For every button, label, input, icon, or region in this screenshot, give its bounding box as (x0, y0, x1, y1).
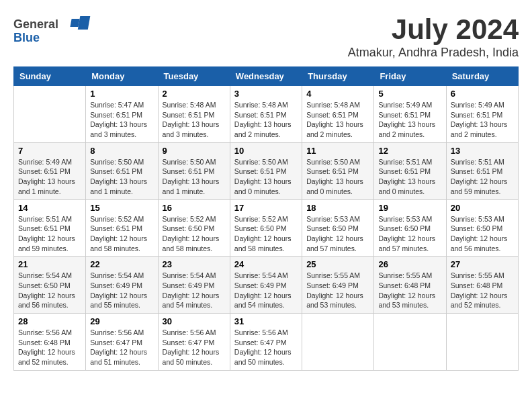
day-number: 9 (163, 146, 226, 156)
location-title: Atmakur, Andhra Pradesh, India (348, 46, 519, 60)
calendar-cell: 10Sunrise: 5:50 AMSunset: 6:51 PMDayligh… (230, 142, 302, 199)
weekday-header-row: SundayMondayTuesdayWednesdayThursdayFrid… (14, 67, 519, 86)
calendar-cell: 29Sunrise: 5:56 AMSunset: 6:47 PMDayligh… (86, 314, 158, 371)
day-number: 27 (451, 259, 514, 269)
day-number: 26 (378, 259, 441, 269)
day-info: Sunrise: 5:51 AMSunset: 6:51 PMDaylight:… (451, 157, 514, 197)
day-info: Sunrise: 5:54 AMSunset: 6:50 PMDaylight:… (18, 271, 81, 310)
calendar-week-row: 7Sunrise: 5:49 AMSunset: 6:51 PMDaylight… (14, 142, 519, 199)
day-number: 6 (451, 89, 514, 99)
calendar-week-row: 14Sunrise: 5:51 AMSunset: 6:51 PMDayligh… (14, 199, 519, 257)
day-number: 15 (90, 203, 153, 213)
calendar-cell: 22Sunrise: 5:54 AMSunset: 6:49 PMDayligh… (86, 257, 158, 314)
svg-text:Blue: Blue (13, 31, 40, 44)
calendar-cell: 12Sunrise: 5:51 AMSunset: 6:51 PMDayligh… (374, 142, 446, 199)
calendar-cell: 26Sunrise: 5:55 AMSunset: 6:48 PMDayligh… (374, 257, 446, 314)
calendar-cell: 1Sunrise: 5:47 AMSunset: 6:51 PMDaylight… (86, 86, 158, 143)
calendar-cell: 16Sunrise: 5:52 AMSunset: 6:50 PMDayligh… (158, 199, 230, 257)
month-title: July 2024 (348, 13, 519, 46)
day-number: 22 (90, 259, 153, 269)
day-number: 20 (451, 203, 514, 213)
day-number: 24 (234, 259, 298, 269)
calendar-cell: 17Sunrise: 5:52 AMSunset: 6:50 PMDayligh… (230, 199, 302, 257)
calendar-cell: 18Sunrise: 5:53 AMSunset: 6:50 PMDayligh… (302, 199, 374, 257)
calendar-cell (302, 314, 374, 371)
day-number: 16 (163, 203, 226, 213)
logo: General Blue (13, 13, 94, 50)
day-number: 12 (378, 146, 441, 156)
day-number: 28 (18, 316, 81, 326)
day-number: 8 (90, 146, 153, 156)
calendar-cell: 13Sunrise: 5:51 AMSunset: 6:51 PMDayligh… (446, 142, 518, 199)
calendar-cell: 2Sunrise: 5:48 AMSunset: 6:51 PMDaylight… (158, 86, 230, 143)
day-number: 25 (306, 259, 369, 269)
calendar-cell: 24Sunrise: 5:54 AMSunset: 6:49 PMDayligh… (230, 257, 302, 314)
day-info: Sunrise: 5:56 AMSunset: 6:47 PMDaylight:… (234, 328, 298, 367)
calendar-cell: 8Sunrise: 5:50 AMSunset: 6:51 PMDaylight… (86, 142, 158, 199)
day-info: Sunrise: 5:55 AMSunset: 6:49 PMDaylight:… (306, 271, 369, 310)
calendar-cell: 25Sunrise: 5:55 AMSunset: 6:49 PMDayligh… (302, 257, 374, 314)
calendar-week-row: 21Sunrise: 5:54 AMSunset: 6:50 PMDayligh… (14, 257, 519, 314)
day-info: Sunrise: 5:48 AMSunset: 6:51 PMDaylight:… (234, 100, 298, 140)
calendar-cell: 5Sunrise: 5:49 AMSunset: 6:51 PMDaylight… (374, 86, 446, 143)
day-info: Sunrise: 5:50 AMSunset: 6:51 PMDaylight:… (90, 157, 153, 197)
svg-marker-2 (70, 19, 79, 27)
day-info: Sunrise: 5:53 AMSunset: 6:50 PMDaylight:… (306, 214, 369, 254)
logo-text: General Blue (13, 13, 94, 50)
day-number: 29 (90, 316, 153, 326)
day-number: 18 (306, 203, 369, 213)
calendar-cell: 31Sunrise: 5:56 AMSunset: 6:47 PMDayligh… (230, 314, 302, 371)
day-number: 11 (306, 146, 369, 156)
page-header: General Blue July 2024 Atmakur, Andhra P… (13, 13, 519, 60)
day-info: Sunrise: 5:47 AMSunset: 6:51 PMDaylight:… (90, 100, 153, 140)
day-info: Sunrise: 5:52 AMSunset: 6:50 PMDaylight:… (163, 214, 226, 254)
calendar-cell (14, 86, 86, 143)
weekday-header: Thursday (302, 67, 374, 86)
day-info: Sunrise: 5:51 AMSunset: 6:51 PMDaylight:… (18, 214, 81, 254)
calendar-cell: 6Sunrise: 5:49 AMSunset: 6:51 PMDaylight… (446, 86, 518, 143)
day-number: 4 (306, 89, 369, 99)
weekday-header: Sunday (14, 67, 86, 86)
day-number: 10 (234, 146, 298, 156)
day-info: Sunrise: 5:56 AMSunset: 6:47 PMDaylight:… (90, 328, 153, 367)
calendar-week-row: 1Sunrise: 5:47 AMSunset: 6:51 PMDaylight… (14, 86, 519, 143)
calendar-cell: 3Sunrise: 5:48 AMSunset: 6:51 PMDaylight… (230, 86, 302, 143)
calendar-table: SundayMondayTuesdayWednesdayThursdayFrid… (13, 66, 519, 371)
day-info: Sunrise: 5:48 AMSunset: 6:51 PMDaylight:… (306, 100, 369, 140)
day-info: Sunrise: 5:55 AMSunset: 6:48 PMDaylight:… (451, 271, 514, 310)
day-number: 31 (234, 316, 298, 326)
day-info: Sunrise: 5:51 AMSunset: 6:51 PMDaylight:… (378, 157, 441, 197)
day-info: Sunrise: 5:50 AMSunset: 6:51 PMDaylight:… (163, 157, 226, 197)
weekday-header: Friday (374, 67, 446, 86)
day-number: 17 (234, 203, 298, 213)
calendar-cell: 14Sunrise: 5:51 AMSunset: 6:51 PMDayligh… (14, 199, 86, 257)
day-info: Sunrise: 5:50 AMSunset: 6:51 PMDaylight:… (234, 157, 298, 197)
weekday-header: Wednesday (230, 67, 302, 86)
day-info: Sunrise: 5:48 AMSunset: 6:51 PMDaylight:… (163, 100, 226, 140)
calendar-cell: 7Sunrise: 5:49 AMSunset: 6:51 PMDaylight… (14, 142, 86, 199)
svg-text:General: General (13, 17, 58, 31)
calendar-cell: 19Sunrise: 5:53 AMSunset: 6:50 PMDayligh… (374, 199, 446, 257)
calendar-cell: 30Sunrise: 5:56 AMSunset: 6:47 PMDayligh… (158, 314, 230, 371)
calendar-cell (374, 314, 446, 371)
calendar-cell: 11Sunrise: 5:50 AMSunset: 6:51 PMDayligh… (302, 142, 374, 199)
weekday-header: Tuesday (158, 67, 230, 86)
calendar-cell: 23Sunrise: 5:54 AMSunset: 6:49 PMDayligh… (158, 257, 230, 314)
day-info: Sunrise: 5:52 AMSunset: 6:50 PMDaylight:… (234, 214, 298, 254)
day-number: 30 (163, 316, 226, 326)
day-number: 5 (378, 89, 441, 99)
day-number: 1 (90, 89, 153, 99)
day-info: Sunrise: 5:49 AMSunset: 6:51 PMDaylight:… (18, 157, 81, 197)
day-info: Sunrise: 5:56 AMSunset: 6:47 PMDaylight:… (163, 328, 226, 367)
day-info: Sunrise: 5:54 AMSunset: 6:49 PMDaylight:… (234, 271, 298, 310)
day-info: Sunrise: 5:49 AMSunset: 6:51 PMDaylight:… (378, 100, 441, 140)
calendar-week-row: 28Sunrise: 5:56 AMSunset: 6:48 PMDayligh… (14, 314, 519, 371)
day-number: 13 (451, 146, 514, 156)
svg-marker-3 (78, 16, 91, 30)
day-info: Sunrise: 5:50 AMSunset: 6:51 PMDaylight:… (306, 157, 369, 197)
calendar-cell: 28Sunrise: 5:56 AMSunset: 6:48 PMDayligh… (14, 314, 86, 371)
calendar-cell (446, 314, 518, 371)
day-number: 7 (18, 146, 81, 156)
calendar-cell: 4Sunrise: 5:48 AMSunset: 6:51 PMDaylight… (302, 86, 374, 143)
day-number: 23 (163, 259, 226, 269)
